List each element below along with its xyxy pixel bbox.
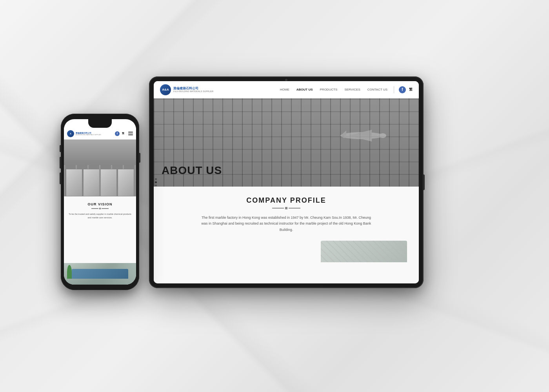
tablet-hero-section: ABOUT US: [154, 98, 419, 187]
hero-title: ABOUT US: [162, 164, 222, 177]
company-profile-text: The first marble factory in Hong Kong wa…: [200, 215, 373, 233]
phone-hamburger-menu[interactable]: [128, 132, 133, 135]
phone-vision-section: OUR VISION To be the trusted and satisfy…: [64, 196, 136, 263]
stone-block-3: [100, 169, 117, 196]
nav-link-contact[interactable]: CONTACT US: [367, 88, 387, 91]
hamburger-line-1: [128, 132, 133, 132]
phone-screen: A 雅倫建築石料公司 A & A BUILDING MATERIALS SUPP…: [64, 119, 136, 285]
logo-icon: A&A: [160, 84, 171, 95]
phone-section-divider: [69, 208, 131, 209]
vision-title: OUR VISION: [69, 202, 131, 206]
logo-chinese-text: 雅倫建築石料公司: [173, 87, 213, 91]
stone-block-1: [66, 169, 82, 196]
phone-facebook-icon[interactable]: f: [115, 131, 120, 136]
scroll-dot-1: [155, 178, 157, 180]
phone-logo-text: 雅倫建築石料公司 A & A BUILDING MATERIALS SUPPLI…: [76, 132, 101, 136]
phone-hero-image: [64, 140, 136, 196]
phone-notch: [88, 119, 112, 128]
phone-logo-icon: A: [67, 130, 74, 137]
tablet-frame: A&A 雅倫建築石料公司 A & A BUILDING MATERIALS SU…: [149, 76, 424, 288]
nav-link-home[interactable]: HOME: [280, 88, 289, 91]
tablet-logo[interactable]: A&A 雅倫建築石料公司 A & A BUILDING MATERIALS SU…: [160, 84, 213, 95]
phone-topbar-right: f 繁: [115, 131, 133, 136]
company-profile-title: COMPANY PROFILE: [165, 196, 407, 205]
stone-block-4: [118, 169, 134, 196]
svg-marker-4: [340, 136, 344, 138]
phone-volume-up-button: [60, 157, 61, 169]
divider-center: [285, 207, 287, 209]
tablet-nav-icons: f 繁: [394, 86, 413, 93]
nav-link-products[interactable]: PRODUCTS: [320, 88, 338, 91]
tablet-navbar: A&A 雅倫建築石料公司 A & A BUILDING MATERIALS SU…: [154, 81, 419, 98]
phone-facebook-label: f: [117, 132, 118, 135]
nav-link-about[interactable]: ABOUT US: [296, 88, 313, 91]
divider-center: [99, 208, 101, 209]
tablet-content-section: COMPANY PROFILE The first marble factory…: [154, 187, 419, 283]
section-divider: [165, 207, 407, 209]
logo-english-text: A & A BUILDING MATERIALS SUPPLIER: [173, 90, 213, 93]
tablet-side-button: [423, 174, 425, 190]
facebook-label: f: [402, 87, 403, 92]
phone-topbar: A 雅倫建築石料公司 A & A BUILDING MATERIALS SUPP…: [64, 128, 136, 140]
facebook-icon[interactable]: f: [399, 86, 406, 93]
tablet-screen: A&A 雅倫建築石料公司 A & A BUILDING MATERIALS SU…: [154, 81, 419, 283]
divider-left: [91, 208, 98, 209]
phone-volume-down-button: [60, 172, 61, 184]
phone-silent-button: [60, 145, 61, 152]
hamburger-line-2: [128, 133, 133, 134]
tablet-hero-background: ABOUT US: [154, 98, 419, 187]
phone-frame: A 雅倫建築石料公司 A & A BUILDING MATERIALS SUPP…: [61, 114, 139, 290]
scroll-indicator: [155, 178, 157, 187]
divider-left: [272, 208, 284, 209]
tablet-bottom-image: [321, 241, 407, 262]
phone-plant-decoration: [67, 265, 72, 279]
phone-stone-blocks: [64, 165, 136, 196]
phone-bottom-image-inner: [64, 263, 136, 285]
tablet-nav-links: HOME ABOUT US PRODUCTS SERVICES CONTACT …: [280, 88, 387, 91]
svg-point-5: [379, 133, 386, 138]
stone-block-2: [83, 169, 100, 196]
bottom-image-texture: [321, 241, 407, 262]
phone-device: A 雅倫建築石料公司 A & A BUILDING MATERIALS SUPP…: [61, 114, 139, 290]
phone-bottom-image: [64, 263, 136, 285]
hamburger-line-3: [128, 134, 133, 135]
scroll-dot-2: [155, 181, 157, 183]
phone-couch-decoration: [72, 269, 128, 279]
divider-right: [289, 208, 300, 209]
nav-link-services[interactable]: SERVICES: [344, 88, 360, 91]
phone-language-toggle[interactable]: 繁: [122, 132, 124, 135]
language-toggle[interactable]: 繁: [409, 87, 413, 92]
divider-right: [102, 208, 109, 209]
tablet-device: A&A 雅倫建築石料公司 A & A BUILDING MATERIALS SU…: [149, 76, 424, 288]
phone-hero-inner: [64, 140, 136, 196]
phone-power-button: [139, 153, 140, 163]
scroll-dot-3: [155, 185, 157, 187]
vision-text: To be the trusted and satisfy supplier i…: [69, 212, 131, 220]
airplane-graphic: [336, 122, 387, 151]
logo-text-group: 雅倫建築石料公司 A & A BUILDING MATERIALS SUPPLI…: [173, 87, 213, 93]
phone-logo-en: A & A BUILDING MATERIALS SUPPLIER: [76, 134, 101, 136]
